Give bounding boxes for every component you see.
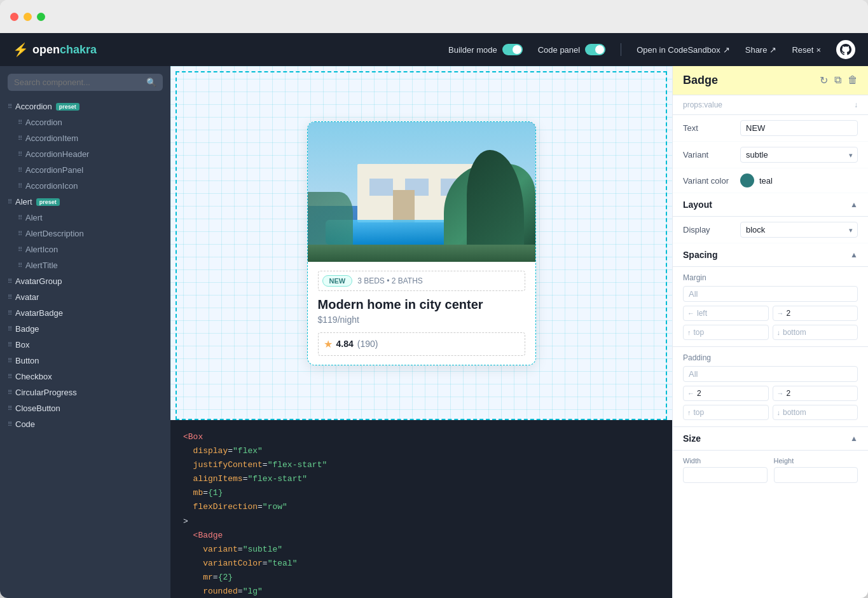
display-select[interactable]: block xyxy=(740,222,858,238)
sidebar-item-button[interactable]: ⠿ Button xyxy=(0,353,170,369)
sidebar-item-accordionicon[interactable]: ⠿ AccordionIcon xyxy=(0,178,170,194)
variant-color-row: Variant color teal xyxy=(673,168,868,193)
text-control xyxy=(740,120,858,136)
padding-left-value: 2 xyxy=(697,389,701,398)
sidebar-item-avatarbadge[interactable]: ⠿ AvatarBadge xyxy=(0,305,170,321)
code-panel: <Box display="flex" justifyContent="flex… xyxy=(170,420,672,598)
house-scene xyxy=(308,122,535,262)
open-codesandbox-button[interactable]: Open in CodeSandbox ↗ xyxy=(637,45,730,55)
navbar: ⚡ openchakra Builder mode Code panel Ope… xyxy=(0,33,868,66)
size-label: Size xyxy=(683,433,701,444)
layout-chevron-icon: ▲ xyxy=(850,200,858,209)
sidebar-item-avatar[interactable]: ⠿ Avatar xyxy=(0,289,170,305)
maximize-button[interactable] xyxy=(37,13,45,21)
sidebar-item-accordionheader[interactable]: ⠿ AccordionHeader xyxy=(0,146,170,162)
sidebar-list: ⠿ Accordion preset ⠿ Accordion ⠿ Accordi… xyxy=(0,96,170,598)
sidebar-item-badge[interactable]: ⠿ Badge xyxy=(0,321,170,337)
margin-right-cell[interactable]: → 2 xyxy=(773,306,858,321)
drag-icon: ⠿ xyxy=(8,294,11,301)
builder-mode-toggle[interactable]: Builder mode xyxy=(448,44,523,55)
padding-bottom-cell[interactable]: ↓ bottom xyxy=(773,405,858,420)
sidebar-item-circularprogress[interactable]: ⠿ CircularProgress xyxy=(0,384,170,400)
margin-left-icon: ← xyxy=(687,309,694,317)
sidebar-item-label: Accordion xyxy=(15,102,52,111)
width-input[interactable] xyxy=(683,467,768,483)
sidebar-item-accordion-parent[interactable]: ⠿ Accordion preset xyxy=(0,99,170,114)
sidebar-item-accordionitem[interactable]: ⠿ AccordionItem xyxy=(0,130,170,146)
text-input[interactable] xyxy=(740,120,858,136)
search-input-wrapper[interactable]: 🔍 xyxy=(8,74,163,91)
padding-left-cell[interactable]: ← 2 xyxy=(683,386,769,401)
layout-section-header[interactable]: Layout ▲ xyxy=(673,193,868,217)
sidebar-item-label: AccordionHeader xyxy=(25,149,89,159)
external-link-icon: ↗ xyxy=(723,45,730,55)
margin-left-cell[interactable]: ← left xyxy=(683,306,769,321)
drag-icon: ⠿ xyxy=(18,166,22,173)
sidebar-item-accordion[interactable]: ⠿ Accordion xyxy=(0,114,170,130)
sidebar-item-avatargroup[interactable]: ⠿ AvatarGroup xyxy=(0,273,170,289)
margin-bottom-icon: ↓ xyxy=(777,329,781,336)
card-image xyxy=(308,122,535,262)
code-panel-toggle[interactable]: Code panel xyxy=(538,44,606,55)
copy-icon[interactable]: ⧉ xyxy=(834,74,841,86)
reset-button[interactable]: Reset × xyxy=(792,45,821,55)
ground xyxy=(308,245,535,261)
sidebar-item-alerttitle[interactable]: ⠿ AlertTitle xyxy=(0,257,170,273)
refresh-icon[interactable]: ↻ xyxy=(820,74,828,86)
sidebar-item-label: Alert xyxy=(25,213,43,222)
canvas-area[interactable]: NEW 3 BEDS • 2 BATHS Modern home in city… xyxy=(170,66,672,420)
builder-mode-switch[interactable] xyxy=(502,44,523,55)
margin-all-input[interactable]: All xyxy=(683,286,858,302)
display-label: Display xyxy=(683,225,740,234)
padding-bottom-icon: ↓ xyxy=(777,409,781,416)
sidebar-item-code[interactable]: ⠿ Code xyxy=(0,416,170,432)
padding-right-cell[interactable]: → 2 xyxy=(773,386,858,401)
display-select-wrapper: block xyxy=(740,222,858,238)
drag-icon: ⠿ xyxy=(18,230,22,237)
padding-tb-row: ↑ top ↓ bottom xyxy=(683,405,858,420)
drag-icon: ⠿ xyxy=(18,262,22,269)
text-row: Text xyxy=(673,115,868,142)
sidebar-item-label: Box xyxy=(15,340,29,350)
close-button[interactable] xyxy=(10,13,18,21)
drag-icon: ⠿ xyxy=(18,214,22,221)
sidebar-item-alerticon[interactable]: ⠿ AlertIcon xyxy=(0,241,170,257)
padding-top-cell[interactable]: ↑ top xyxy=(683,405,769,420)
margin-bottom-cell[interactable]: ↓ bottom xyxy=(773,325,858,340)
sidebar-item-alert[interactable]: ⠿ Alert xyxy=(0,210,170,226)
padding-all-input[interactable]: All xyxy=(683,366,858,382)
sidebar: 🔍 ⠿ Accordion preset ⠿ Accordion ⠿ xyxy=(0,66,170,598)
color-swatch[interactable] xyxy=(740,173,754,187)
card-container[interactable]: NEW 3 BEDS • 2 BATHS Modern home in city… xyxy=(307,121,536,365)
sidebar-item-label: AlertIcon xyxy=(25,245,58,254)
margin-top-label: top xyxy=(694,328,705,337)
sidebar-item-closebutton[interactable]: ⠿ CloseButton xyxy=(0,400,170,416)
github-button[interactable] xyxy=(836,40,855,59)
margin-top-cell[interactable]: ↑ top xyxy=(683,325,769,340)
share-button[interactable]: Share ↗ xyxy=(745,45,777,55)
padding-top-label: top xyxy=(694,408,705,417)
component-name: Badge xyxy=(683,74,718,87)
search-input[interactable] xyxy=(14,78,142,87)
code-line-2: display="flex" xyxy=(183,444,659,458)
sidebar-item-alertdescription[interactable]: ⠿ AlertDescription xyxy=(0,226,170,241)
padding-right-value: 2 xyxy=(787,389,791,398)
logo-chakra: chakra xyxy=(60,43,97,56)
minimize-button[interactable] xyxy=(24,13,32,21)
padding-left-icon: ← xyxy=(687,390,694,397)
spacing-section-header[interactable]: Spacing ▲ xyxy=(673,243,868,267)
rp-props-bar[interactable]: props:value ↓ xyxy=(673,95,868,115)
code-panel-switch[interactable] xyxy=(585,44,605,55)
sidebar-item-accordionpanel[interactable]: ⠿ AccordionPanel xyxy=(0,162,170,178)
variant-select[interactable]: subtle xyxy=(740,147,858,163)
sidebar-item-alert-parent[interactable]: ⠿ Alert preset xyxy=(0,194,170,210)
sidebar-item-box[interactable]: ⠿ Box xyxy=(0,337,170,353)
margin-section: Margin All ← left → 2 xyxy=(673,267,868,347)
logo-text: openchakra xyxy=(32,43,97,57)
sidebar-item-checkbox[interactable]: ⠿ Checkbox xyxy=(0,369,170,384)
drag-icon: ⠿ xyxy=(18,135,22,142)
size-section-header[interactable]: Size ▲ xyxy=(673,427,868,451)
size-row: Width Height xyxy=(683,457,858,483)
delete-icon[interactable]: 🗑 xyxy=(848,74,858,86)
height-input[interactable] xyxy=(774,467,858,483)
